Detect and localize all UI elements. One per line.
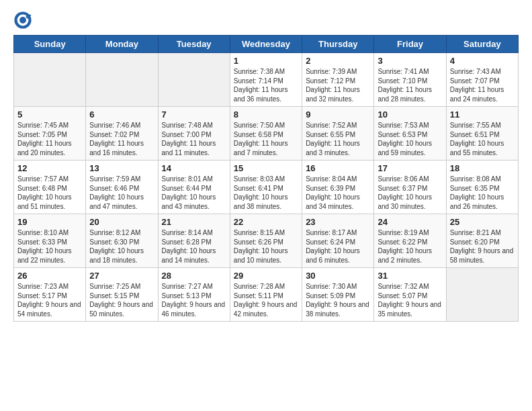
day-number: 18 — [450, 163, 515, 173]
day-number: 13 — [89, 163, 154, 173]
calendar-cell: 27Sunrise: 7:25 AMSunset: 5:15 PMDayligh… — [86, 268, 158, 322]
cell-info: Sunrise: 8:04 AMSunset: 6:39 PMDaylight:… — [306, 175, 370, 211]
cell-info: Sunrise: 7:32 AMSunset: 5:07 PMDaylight:… — [378, 282, 442, 318]
calendar-cell — [446, 268, 518, 322]
header-friday: Friday — [374, 36, 446, 53]
cell-info: Sunrise: 7:28 AMSunset: 5:11 PMDaylight:… — [234, 282, 298, 318]
page: SundayMondayTuesdayWednesdayThursdayFrid… — [0, 0, 532, 328]
calendar-cell: 9Sunrise: 7:52 AMSunset: 6:55 PMDaylight… — [302, 107, 374, 161]
week-row-3: 19Sunrise: 8:10 AMSunset: 6:33 PMDayligh… — [14, 214, 519, 268]
day-number: 29 — [234, 271, 298, 281]
cell-info: Sunrise: 7:52 AMSunset: 6:55 PMDaylight:… — [306, 121, 370, 157]
logo — [13, 11, 35, 30]
calendar-cell: 14Sunrise: 8:01 AMSunset: 6:44 PMDayligh… — [158, 161, 230, 214]
day-number: 11 — [450, 109, 515, 120]
cell-info: Sunrise: 8:12 AMSunset: 6:30 PMDaylight:… — [89, 228, 154, 265]
cell-info: Sunrise: 8:01 AMSunset: 6:44 PMDaylight:… — [162, 175, 226, 211]
calendar-cell — [158, 53, 230, 107]
cell-info: Sunrise: 7:59 AMSunset: 6:46 PMDaylight:… — [89, 175, 154, 211]
calendar-cell: 15Sunrise: 8:03 AMSunset: 6:41 PMDayligh… — [230, 161, 302, 214]
calendar-cell: 23Sunrise: 8:17 AMSunset: 6:24 PMDayligh… — [302, 214, 374, 268]
calendar-cell — [14, 53, 86, 107]
day-number: 20 — [89, 217, 154, 227]
cell-info: Sunrise: 8:06 AMSunset: 6:37 PMDaylight:… — [378, 175, 442, 211]
day-number: 22 — [234, 217, 298, 227]
day-number: 14 — [162, 163, 226, 173]
day-number: 6 — [89, 109, 154, 120]
calendar-cell: 13Sunrise: 7:59 AMSunset: 6:46 PMDayligh… — [86, 161, 158, 214]
calendar-cell: 29Sunrise: 7:28 AMSunset: 5:11 PMDayligh… — [230, 268, 302, 322]
day-number: 23 — [306, 217, 370, 227]
cell-info: Sunrise: 8:08 AMSunset: 6:35 PMDaylight:… — [450, 175, 515, 211]
header-sunday: Sunday — [14, 36, 86, 53]
week-row-4: 26Sunrise: 7:23 AMSunset: 5:17 PMDayligh… — [14, 268, 519, 322]
calendar-cell: 3Sunrise: 7:41 AMSunset: 7:10 PMDaylight… — [374, 53, 446, 107]
calendar-cell: 20Sunrise: 8:12 AMSunset: 6:30 PMDayligh… — [86, 214, 158, 268]
cell-info: Sunrise: 7:57 AMSunset: 6:48 PMDaylight:… — [17, 175, 82, 211]
cell-info: Sunrise: 8:19 AMSunset: 6:22 PMDaylight:… — [378, 228, 442, 265]
day-number: 26 — [17, 271, 82, 281]
cell-info: Sunrise: 7:41 AMSunset: 7:10 PMDaylight:… — [378, 67, 442, 103]
calendar-cell: 25Sunrise: 8:21 AMSunset: 6:20 PMDayligh… — [446, 214, 518, 268]
day-number: 19 — [17, 217, 82, 227]
day-number: 28 — [162, 271, 226, 281]
calendar-cell: 5Sunrise: 7:45 AMSunset: 7:05 PMDaylight… — [14, 107, 86, 161]
cell-info: Sunrise: 7:30 AMSunset: 5:09 PMDaylight:… — [306, 282, 370, 318]
svg-point-2 — [19, 17, 26, 24]
cell-info: Sunrise: 7:39 AMSunset: 7:12 PMDaylight:… — [306, 67, 370, 103]
day-number: 17 — [378, 163, 442, 173]
day-number: 25 — [450, 217, 515, 227]
calendar-cell: 7Sunrise: 7:48 AMSunset: 7:00 PMDaylight… — [158, 107, 230, 161]
header-row: SundayMondayTuesdayWednesdayThursdayFrid… — [14, 36, 519, 53]
day-number: 3 — [378, 56, 442, 66]
calendar-cell: 24Sunrise: 8:19 AMSunset: 6:22 PMDayligh… — [374, 214, 446, 268]
calendar-cell: 1Sunrise: 7:38 AMSunset: 7:14 PMDaylight… — [230, 53, 302, 107]
cell-info: Sunrise: 7:43 AMSunset: 7:07 PMDaylight:… — [450, 67, 515, 103]
calendar-cell: 8Sunrise: 7:50 AMSunset: 6:58 PMDaylight… — [230, 107, 302, 161]
day-number: 27 — [89, 271, 154, 281]
day-number: 31 — [378, 271, 442, 281]
header-saturday: Saturday — [446, 36, 518, 53]
calendar-cell: 30Sunrise: 7:30 AMSunset: 5:09 PMDayligh… — [302, 268, 374, 322]
week-row-1: 5Sunrise: 7:45 AMSunset: 7:05 PMDaylight… — [14, 107, 519, 161]
day-number: 21 — [162, 217, 226, 227]
cell-info: Sunrise: 8:21 AMSunset: 6:20 PMDaylight:… — [450, 228, 515, 265]
calendar-cell: 12Sunrise: 7:57 AMSunset: 6:48 PMDayligh… — [14, 161, 86, 214]
calendar-cell: 28Sunrise: 7:27 AMSunset: 5:13 PMDayligh… — [158, 268, 230, 322]
cell-info: Sunrise: 7:45 AMSunset: 7:05 PMDaylight:… — [17, 121, 82, 157]
calendar-cell: 6Sunrise: 7:46 AMSunset: 7:02 PMDaylight… — [86, 107, 158, 161]
calendar-cell: 22Sunrise: 8:15 AMSunset: 6:26 PMDayligh… — [230, 214, 302, 268]
cell-info: Sunrise: 8:14 AMSunset: 6:28 PMDaylight:… — [162, 228, 226, 265]
day-number: 24 — [378, 217, 442, 227]
calendar-cell: 4Sunrise: 7:43 AMSunset: 7:07 PMDaylight… — [446, 53, 518, 107]
cell-info: Sunrise: 7:46 AMSunset: 7:02 PMDaylight:… — [89, 121, 154, 157]
calendar-cell: 26Sunrise: 7:23 AMSunset: 5:17 PMDayligh… — [14, 268, 86, 322]
day-number: 5 — [17, 109, 82, 120]
week-row-2: 12Sunrise: 7:57 AMSunset: 6:48 PMDayligh… — [14, 161, 519, 214]
calendar-cell: 18Sunrise: 8:08 AMSunset: 6:35 PMDayligh… — [446, 161, 518, 214]
calendar-cell: 2Sunrise: 7:39 AMSunset: 7:12 PMDaylight… — [302, 53, 374, 107]
cell-info: Sunrise: 7:38 AMSunset: 7:14 PMDaylight:… — [234, 67, 298, 103]
cell-info: Sunrise: 7:27 AMSunset: 5:13 PMDaylight:… — [162, 282, 226, 318]
header-wednesday: Wednesday — [230, 36, 302, 53]
day-number: 9 — [306, 109, 370, 120]
header-tuesday: Tuesday — [158, 36, 230, 53]
calendar-cell: 31Sunrise: 7:32 AMSunset: 5:07 PMDayligh… — [374, 268, 446, 322]
cell-info: Sunrise: 8:10 AMSunset: 6:33 PMDaylight:… — [17, 228, 82, 265]
cell-info: Sunrise: 8:17 AMSunset: 6:24 PMDaylight:… — [306, 228, 370, 265]
header-thursday: Thursday — [302, 36, 374, 53]
day-number: 16 — [306, 163, 370, 173]
header — [13, 11, 519, 30]
week-row-0: 1Sunrise: 7:38 AMSunset: 7:14 PMDaylight… — [14, 53, 519, 107]
day-number: 30 — [306, 271, 370, 281]
day-number: 10 — [378, 109, 442, 120]
cell-info: Sunrise: 8:03 AMSunset: 6:41 PMDaylight:… — [234, 175, 298, 211]
calendar-cell: 21Sunrise: 8:14 AMSunset: 6:28 PMDayligh… — [158, 214, 230, 268]
cell-info: Sunrise: 7:48 AMSunset: 7:00 PMDaylight:… — [162, 121, 226, 157]
cell-info: Sunrise: 7:25 AMSunset: 5:15 PMDaylight:… — [89, 282, 154, 318]
calendar-cell — [86, 53, 158, 107]
day-number: 12 — [17, 163, 82, 173]
day-number: 15 — [234, 163, 298, 173]
cell-info: Sunrise: 7:50 AMSunset: 6:58 PMDaylight:… — [234, 121, 298, 157]
calendar-cell: 19Sunrise: 8:10 AMSunset: 6:33 PMDayligh… — [14, 214, 86, 268]
